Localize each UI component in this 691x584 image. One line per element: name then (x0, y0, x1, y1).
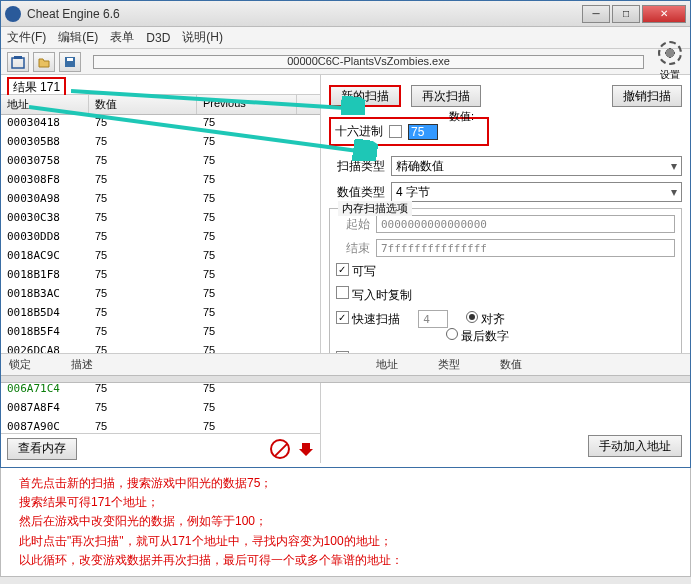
table-row[interactable]: 00030C387575 (1, 210, 320, 229)
value-label: 数值: (449, 109, 474, 124)
toolbar: 00000C6C-PlantsVsZombies.exe 设置 (1, 49, 690, 75)
process-display[interactable]: 00000C6C-PlantsVsZombies.exe (93, 55, 644, 69)
scan-type-select[interactable]: 精确数值 (391, 156, 682, 176)
col-desc[interactable]: 描述 (71, 357, 93, 372)
results-header: 地址 数值 Previous (1, 95, 320, 115)
hex-label: 十六进制 (335, 123, 383, 140)
table-row[interactable]: 006A71C47575 (1, 381, 320, 400)
start-label: 起始 (336, 216, 370, 233)
table-row[interactable]: 0018B5F47575 (1, 324, 320, 343)
menu-help[interactable]: 说明(H) (182, 29, 223, 46)
save-button[interactable] (59, 52, 81, 72)
open-file-button[interactable] (33, 52, 55, 72)
results-pane: 结果 171 地址 数值 Previous 000304187575000305… (1, 75, 321, 463)
col-previous[interactable]: Previous (197, 95, 297, 114)
menu-bar: 文件(F) 编辑(E) 表单 D3D 说明(H) (1, 27, 690, 49)
stop-icon[interactable] (270, 439, 290, 459)
results-table[interactable]: 000304187575000305B875750003075875750003… (1, 115, 320, 433)
window-title: Cheat Engine 6.6 (27, 7, 582, 21)
table-row[interactable]: 00030A987575 (1, 191, 320, 210)
last-digit-radio[interactable] (446, 328, 458, 340)
undo-scan-button[interactable]: 撤销扫描 (612, 85, 682, 107)
hex-checkbox[interactable] (389, 125, 402, 138)
menu-edit[interactable]: 编辑(E) (58, 29, 98, 46)
col-lock[interactable]: 锁定 (9, 357, 31, 372)
open-process-button[interactable] (7, 52, 29, 72)
add-to-list-button[interactable] (298, 441, 314, 457)
table-row[interactable]: 000304187575 (1, 115, 320, 134)
minimize-button[interactable]: ─ (582, 5, 610, 23)
add-manual-button[interactable]: 手动加入地址 (588, 435, 682, 457)
table-row[interactable]: 000307587575 (1, 153, 320, 172)
menu-d3d[interactable]: D3D (146, 31, 170, 45)
table-row[interactable]: 00030DD87575 (1, 229, 320, 248)
start-input[interactable] (376, 215, 675, 233)
process-label: 00000C6C-PlantsVsZombies.exe (94, 55, 643, 67)
end-label: 结束 (336, 240, 370, 257)
scan-type-label: 扫描类型 (329, 158, 385, 175)
gear-icon (658, 41, 682, 65)
col-type[interactable]: 类型 (438, 357, 460, 372)
col-value2[interactable]: 数值 (500, 357, 522, 372)
end-input[interactable] (376, 239, 675, 257)
align-radio[interactable] (466, 311, 478, 323)
fast-scan-checkbox[interactable] (336, 311, 349, 324)
table-row[interactable]: 000305B87575 (1, 134, 320, 153)
table-row[interactable]: 0018AC9C7575 (1, 248, 320, 267)
title-bar[interactable]: Cheat Engine 6.6 ─ □ ✕ (1, 1, 690, 27)
svg-rect-0 (12, 58, 24, 68)
svg-rect-3 (67, 58, 73, 61)
value-type-select[interactable]: 4 字节 (391, 182, 682, 202)
table-row[interactable]: 0087A8F47575 (1, 400, 320, 419)
col-value[interactable]: 数值 (89, 95, 197, 114)
col-addr[interactable]: 地址 (1, 95, 89, 114)
table-row[interactable]: 0018B5D47575 (1, 305, 320, 324)
view-memory-button[interactable]: 查看内存 (7, 438, 77, 460)
new-scan-button[interactable]: 新的扫描 (329, 85, 401, 107)
scan-pane: 新的扫描 再次扫描 撤销扫描 数值: 十六进制 75 扫描类型 精确数值 数值类… (321, 75, 690, 463)
table-row[interactable]: 0018B1F87575 (1, 267, 320, 286)
instructions-overlay: 首先点击新的扫描，搜索游戏中阳光的数据75； 搜索结果可得171个地址； 然后在… (0, 468, 691, 577)
address-list-header: 锁定 描述 地址 类型 数值 (1, 353, 690, 375)
table-row[interactable]: 000308F87575 (1, 172, 320, 191)
table-row[interactable]: 0018B3AC7575 (1, 286, 320, 305)
menu-file[interactable]: 文件(F) (7, 29, 46, 46)
value-type-label: 数值类型 (329, 184, 385, 201)
svg-rect-1 (14, 56, 22, 59)
maximize-button[interactable]: □ (612, 5, 640, 23)
splitter[interactable] (1, 375, 690, 383)
fast-scan-value[interactable] (418, 310, 448, 328)
value-input[interactable]: 75 (408, 124, 438, 140)
writable-checkbox[interactable] (336, 263, 349, 276)
memory-options-group: 内存扫描选项 起始 结束 可写 写入时复制 快速扫描 (329, 208, 682, 376)
col-addr2[interactable]: 地址 (376, 357, 398, 372)
table-row[interactable]: 0087A90C7575 (1, 419, 320, 433)
close-button[interactable]: ✕ (642, 5, 686, 23)
app-icon (5, 6, 21, 22)
copy-on-write-checkbox[interactable] (336, 286, 349, 299)
next-scan-button[interactable]: 再次扫描 (411, 85, 481, 107)
main-window: Cheat Engine 6.6 ─ □ ✕ 文件(F) 编辑(E) 表单 D3… (0, 0, 691, 468)
menu-table[interactable]: 表单 (110, 29, 134, 46)
